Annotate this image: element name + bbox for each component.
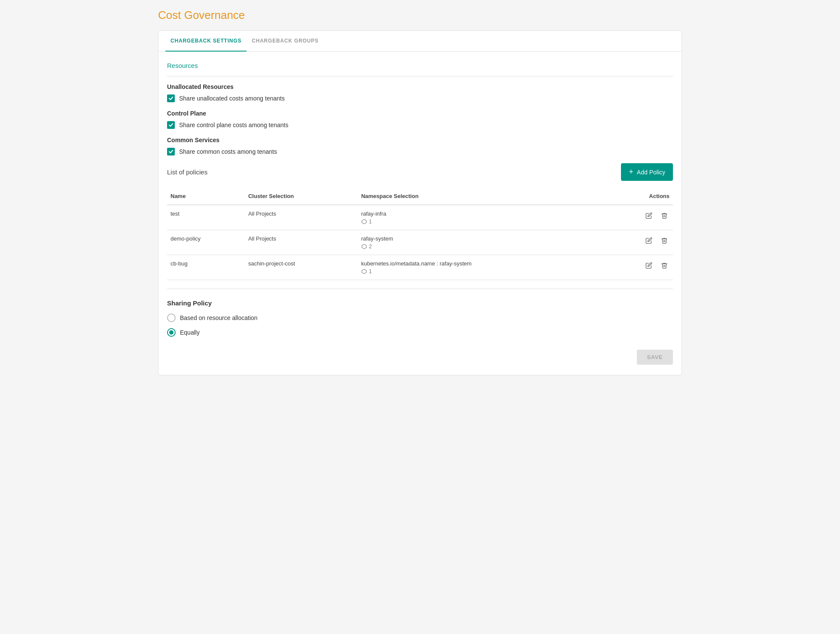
control-plane-checkbox[interactable] (167, 121, 175, 129)
sharing-policy-heading: Sharing Policy (167, 299, 673, 307)
control-plane-label: Share control plane costs among tenants (179, 122, 289, 128)
page-title: Cost Governance (158, 9, 682, 22)
control-plane-checkbox-row[interactable]: Share control plane costs among tenants (167, 121, 673, 129)
policies-section: List of policies + Add Policy Name Clust… (167, 163, 673, 280)
unallocated-label: Share unallocated costs among tenants (179, 95, 285, 102)
table-row: cb-bugsachin-project-costkubernetes.io/m… (167, 255, 673, 280)
resources-section-title: Resources (167, 62, 673, 69)
col-name: Name (167, 188, 245, 205)
policy-namespace-2: kubernetes.io/metadata.name : rafay-syst… (358, 255, 604, 280)
policy-cluster-2: sachin-project-cost (245, 255, 358, 280)
edit-button-1[interactable] (644, 235, 654, 246)
col-cluster: Cluster Selection (245, 188, 358, 205)
divider-2 (167, 289, 673, 289)
common-services-checkbox[interactable] (167, 148, 175, 155)
namespace-count-1: 2 (361, 244, 601, 250)
main-card: Chargeback Settings Chargeback Groups Re… (158, 30, 682, 375)
page-wrapper: Cost Governance Chargeback Settings Char… (149, 0, 691, 384)
namespace-name-1: rafay-system (361, 235, 601, 242)
radio-equally-label: Equally (180, 329, 200, 336)
tab-chargeback-groups[interactable]: Chargeback Groups (247, 31, 324, 52)
unallocated-checkbox[interactable] (167, 94, 175, 102)
policy-name-2: cb-bug (167, 255, 245, 280)
edit-button-2[interactable] (644, 260, 654, 271)
add-policy-button[interactable]: + Add Policy (621, 163, 673, 181)
policy-name-0: test (167, 205, 245, 230)
policy-namespace-0: rafay-infra 1 (358, 205, 604, 230)
policies-table: Name Cluster Selection Namespace Selecti… (167, 188, 673, 280)
resources-section: Resources Unallocated Resources Share un… (167, 62, 673, 155)
policy-name-1: demo-policy (167, 230, 245, 255)
col-namespace: Namespace Selection (358, 188, 604, 205)
table-header-row: Name Cluster Selection Namespace Selecti… (167, 188, 673, 205)
radio-resource-allocation[interactable]: Based on resource allocation (167, 314, 673, 322)
card-body: Resources Unallocated Resources Share un… (158, 52, 682, 375)
radio-resource-allocation-button[interactable] (167, 314, 176, 322)
save-button[interactable]: SAVE (637, 350, 673, 365)
namespace-count-2: 1 (361, 268, 601, 274)
policy-actions-1 (604, 230, 673, 255)
policies-section-title: List of policies (167, 168, 207, 176)
policies-header: List of policies + Add Policy (167, 163, 673, 181)
tab-chargeback-settings[interactable]: Chargeback Settings (165, 31, 247, 52)
policy-actions-0 (604, 205, 673, 230)
save-btn-row: SAVE (167, 343, 673, 365)
common-services-heading: Common Services (167, 137, 673, 143)
radio-equally-button[interactable] (167, 328, 176, 337)
table-row: demo-policyAll Projectsrafay-system 2 (167, 230, 673, 255)
sharing-policy-section: Sharing Policy Based on resource allocat… (167, 299, 673, 337)
tab-bar: Chargeback Settings Chargeback Groups (158, 31, 682, 52)
common-services-label: Share common costs among tenants (179, 148, 277, 155)
common-services-checkbox-row[interactable]: Share common costs among tenants (167, 148, 673, 155)
divider-1 (167, 76, 673, 76)
unallocated-heading: Unallocated Resources (167, 83, 673, 90)
radio-equally[interactable]: Equally (167, 328, 673, 337)
policy-actions-2 (604, 255, 673, 280)
delete-button-1[interactable] (659, 235, 670, 246)
table-row: testAll Projectsrafay-infra 1 (167, 205, 673, 230)
delete-button-0[interactable] (659, 210, 670, 221)
radio-equally-inner (169, 330, 173, 335)
namespace-name-0: rafay-infra (361, 210, 601, 217)
policy-namespace-1: rafay-system 2 (358, 230, 604, 255)
edit-button-0[interactable] (644, 210, 654, 221)
unallocated-checkbox-row[interactable]: Share unallocated costs among tenants (167, 94, 673, 102)
policy-cluster-1: All Projects (245, 230, 358, 255)
namespace-name-2: kubernetes.io/metadata.name : rafay-syst… (361, 260, 601, 267)
plus-icon: + (629, 168, 633, 177)
namespace-count-0: 1 (361, 219, 601, 225)
col-actions: Actions (604, 188, 673, 205)
radio-resource-allocation-label: Based on resource allocation (180, 314, 258, 321)
delete-button-2[interactable] (659, 260, 670, 271)
policy-cluster-0: All Projects (245, 205, 358, 230)
control-plane-heading: Control Plane (167, 110, 673, 117)
add-policy-label: Add Policy (637, 169, 665, 176)
